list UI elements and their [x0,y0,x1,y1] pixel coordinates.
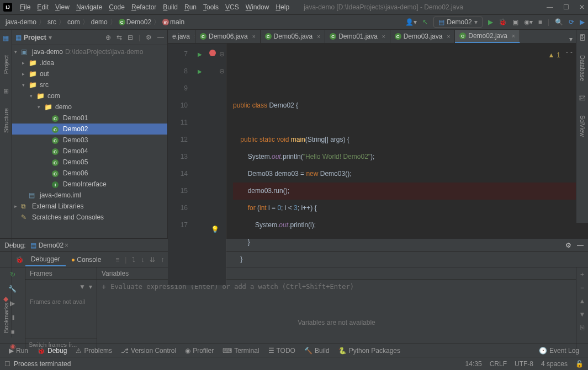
tab-console[interactable]: ● Console [66,254,107,266]
menu-code[interactable]: Code [105,2,128,13]
copy-icon[interactable]: ⎘ [580,324,584,331]
tab-dropdown-icon[interactable]: ▾ [569,35,573,43]
menu-refactor[interactable]: Refactor [128,2,160,13]
stop-icon[interactable]: ■ [538,18,542,26]
project-view-icon[interactable]: ▦ [15,34,22,41]
breakpoint-gutter[interactable] [208,44,218,285]
tree-demo[interactable]: ▾📁demo [12,101,167,112]
ide-icon[interactable]: ▶ [580,18,585,26]
status-icon[interactable]: ☐ [4,360,10,368]
tree-root[interactable]: ▾▣java-demoD:\IdeaProjects\java-demo [12,46,167,57]
code-content[interactable]: ▲1 ˆˇ public class Demo02 { public stati… [226,44,588,285]
readonly-icon[interactable]: 🔓 [575,360,584,368]
coverage-icon[interactable]: ▣ [512,18,518,26]
tree-src[interactable]: ▾📁src [12,79,167,90]
profile-icon[interactable]: ◉▾ [524,18,533,26]
side-tab-structure[interactable]: Structure [3,108,9,133]
fold-gutter[interactable]: ⊖⊖ [218,44,226,285]
maximize-icon[interactable]: ☐ [563,3,569,11]
run-config-selector[interactable]: ▤ Demo02 ▾ [433,17,482,28]
tree-class-demo05[interactable]: CDemo05 [12,157,167,168]
project-tree[interactable]: ▾▣java-demoD:\IdeaProjects\java-demo▸📁.i… [12,45,167,238]
down-icon[interactable]: ▼ [579,310,586,318]
side-tab-project[interactable]: Project [3,55,9,74]
encoding[interactable]: UTF-8 [515,360,533,368]
tree-class-demo02[interactable]: CDemo02 [12,124,167,135]
code-editor[interactable]: 7891011121314151617 ▶▶ ⊖⊖ ▲1 ˆˇ public c… [168,44,588,285]
menu-navigate[interactable]: Navigate [73,2,105,13]
tree-class-demo01[interactable]: CDemo01 [12,112,167,124]
run-gutter[interactable]: ▶▶ [192,44,208,285]
inspection-indicator[interactable]: ▲1 ˆˇ [548,47,573,64]
step-into-icon[interactable]: ↓ [141,256,144,264]
editor-tab-e[interactable]: e.java× [168,30,195,43]
tree-interface[interactable]: IDemoInterface [12,179,167,190]
editor-tab-demo06[interactable]: C Demo06.java× [195,30,261,43]
bottom-tab-python-packages[interactable]: 🐍Python Packages [334,347,405,355]
editor-tab-demo03[interactable]: C Demo03.java× [390,30,455,43]
database-tool-icon[interactable]: 🗄 [579,34,586,42]
tree-com[interactable]: ▾📁com [12,90,167,101]
menu-tools[interactable]: Tools [200,2,222,13]
tree-iml[interactable]: ▤java-demo.iml [12,190,167,201]
tree-out[interactable]: ▸📁out [12,68,167,79]
bottom-tab-todo[interactable]: ☰TODO [264,347,300,355]
indent[interactable]: 4 spaces [541,360,568,368]
menu-help[interactable]: Help [272,2,293,13]
bottom-tab-terminal[interactable]: ⌨Terminal [218,347,263,355]
menu-window[interactable]: Window [242,2,273,13]
select-file-icon[interactable]: ⊕ [105,34,111,41]
menu-build[interactable]: Build [160,2,181,13]
sync-icon[interactable]: ⟳ [569,18,574,26]
menu-run[interactable]: Run [181,2,200,13]
crumb-main[interactable]: main [170,18,184,26]
frames-dropdown-icon[interactable]: ▾ [89,283,92,291]
menu-edit[interactable]: Edit [34,2,52,13]
crumb-java-demo[interactable]: java-demo [6,18,36,26]
tree-class-demo04[interactable]: CDemo04 [12,146,167,157]
menu-view[interactable]: View [52,2,73,13]
hide-icon[interactable]: — [157,34,164,41]
menu-vcs[interactable]: VCS [222,2,242,13]
collapse-icon[interactable]: ⊟ [128,34,133,41]
crumb-demo02[interactable]: Demo02 [126,18,151,26]
line-ending[interactable]: CRLF [490,360,507,368]
editor-tab-demo01[interactable]: C Demo01.java× [325,30,390,43]
bottom-tab-build[interactable]: 🔨Build [300,347,334,355]
expand-icon[interactable]: ⇆ [116,34,122,41]
menu-file[interactable]: File [17,2,34,13]
step-over-icon[interactable]: ⤵ [132,256,135,264]
close-icon[interactable]: ✕ [579,3,585,11]
bottom-tab-run[interactable]: ▶Run [4,347,33,355]
breadcrumbs[interactable]: java-demo〉src〉com〉demo〉C Demo02〉m main [3,18,187,27]
editor-tab-demo05[interactable]: C Demo05.java× [261,30,326,43]
remove-icon[interactable]: − [580,284,584,292]
add-user-icon[interactable]: 👤▾ [405,18,417,26]
settings-icon[interactable]: ⚙ [146,34,152,41]
step-layout-icon[interactable]: ≡ [115,256,119,264]
event-log[interactable]: 🕑Event Log [534,347,584,355]
project-tool-icon[interactable]: ▦ [3,34,9,42]
structure-tool-icon[interactable]: ⊞ [3,87,9,95]
tree-class-demo06[interactable]: CDemo06 [12,168,167,179]
tree-class-demo03[interactable]: CDemo03 [12,135,167,146]
run-icon[interactable]: ▶ [488,18,493,26]
tab-debugger[interactable]: Debugger [25,253,66,266]
bottom-tab-profiler[interactable]: ◉Profiler [181,347,218,355]
side-tab-database[interactable]: Database [579,55,586,81]
minimize-icon[interactable]: — [547,3,553,11]
crumb-com[interactable]: com [67,18,80,26]
side-tab-bookmarks[interactable]: Bookmarks [3,303,9,333]
bookmarks-tool-icon[interactable]: ◆ [3,295,8,303]
tree-external[interactable]: ▸⧉External Libraries [12,201,167,212]
sciview-tool-icon[interactable]: 🗠 [579,94,586,102]
back-arrow-icon[interactable]: ↖ [422,18,428,26]
caret-position[interactable]: 14:35 [465,360,482,368]
bottom-tab-version-control[interactable]: ⎇Version Control [116,347,181,355]
up-icon[interactable]: ▲ [579,297,586,305]
search-icon[interactable]: 🔍 [555,18,563,26]
bottom-tab-debug[interactable]: 🐞Debug [33,347,71,355]
filter-icon[interactable]: ▼ [79,283,86,291]
bottom-tab-problems[interactable]: ⚠Problems [71,347,116,355]
force-step-icon[interactable]: ⇊ [150,256,155,264]
